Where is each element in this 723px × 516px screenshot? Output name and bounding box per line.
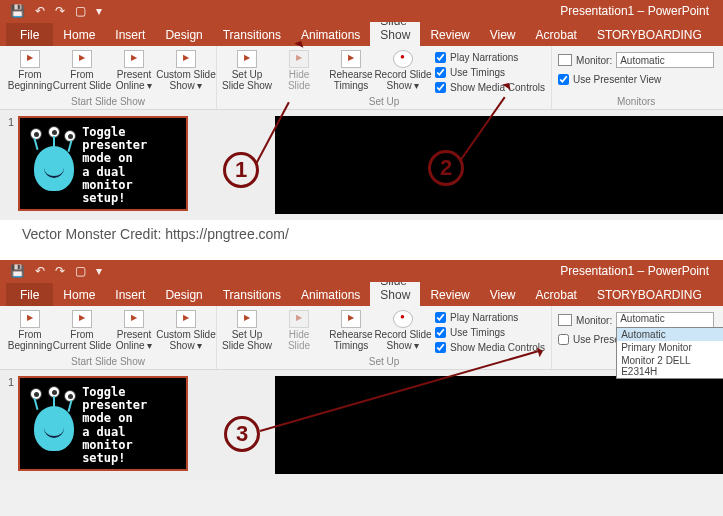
monitor-icon bbox=[237, 310, 257, 328]
group-start-slide-show: From Beginning From Current Slide Presen… bbox=[0, 46, 217, 109]
slide-icon bbox=[289, 50, 309, 68]
monitor-icon bbox=[237, 50, 257, 68]
undo-icon[interactable]: ↶ bbox=[35, 264, 45, 278]
start-from-beginning-icon[interactable]: ▢ bbox=[75, 264, 86, 278]
slide-text: Toggle presenter mode on a dual monitor … bbox=[82, 382, 151, 465]
group-label: Monitors bbox=[558, 95, 714, 107]
save-icon[interactable]: 💾 bbox=[10, 264, 25, 278]
slide-thumbnail-panel[interactable]: 1 Toggle presenter mode on a dual monito… bbox=[0, 110, 195, 220]
play-icon bbox=[72, 310, 92, 328]
from-beginning-button[interactable]: From Beginning bbox=[6, 308, 54, 351]
monitor-dropdown-list[interactable]: Automatic Primary Monitor Monitor 2 DELL… bbox=[616, 327, 723, 379]
group-monitors: Monitor: Automatic Use Presenter View Mo… bbox=[552, 46, 720, 109]
image-credit: Vector Monster Credit: https://pngtree.c… bbox=[0, 220, 723, 260]
slide-thumbnail[interactable]: Toggle presenter mode on a dual monitor … bbox=[18, 116, 188, 211]
record-icon bbox=[393, 50, 413, 68]
tab-insert[interactable]: Insert bbox=[105, 23, 155, 46]
monitor-select[interactable]: Automatic bbox=[616, 52, 714, 68]
start-from-beginning-icon[interactable]: ▢ bbox=[75, 4, 86, 18]
set-up-slide-show-button[interactable]: Set Up Slide Show bbox=[223, 308, 271, 351]
monster-illustration bbox=[24, 386, 82, 461]
tab-view[interactable]: View bbox=[480, 283, 526, 306]
show-media-controls-checkbox[interactable]: Show Media Controls bbox=[435, 80, 545, 95]
clock-icon bbox=[341, 50, 361, 68]
screenshot-top: 💾 ↶ ↷ ▢ ▾ Presentation1 – PowerPoint Fil… bbox=[0, 0, 723, 220]
quick-access-toolbar: 💾 ↶ ↷ ▢ ▾ bbox=[0, 4, 102, 18]
monitor-option[interactable]: Primary Monitor bbox=[617, 341, 723, 354]
monitor-option[interactable]: Monitor 2 DELL E2314H bbox=[617, 354, 723, 378]
present-online-button[interactable]: Present Online ▾ bbox=[110, 308, 158, 351]
annotation-2: 2 bbox=[428, 150, 464, 186]
use-presenter-label: Use Prese bbox=[573, 332, 620, 347]
monitor-icon bbox=[558, 314, 572, 326]
workspace: 1 Toggle presenter mode on a dual monito… bbox=[0, 370, 723, 480]
tab-review[interactable]: Review bbox=[420, 23, 479, 46]
title-bar: 💾 ↶ ↷ ▢ ▾ Presentation1 – PowerPoint bbox=[0, 0, 723, 22]
redo-icon[interactable]: ↷ bbox=[55, 264, 65, 278]
tab-view[interactable]: View bbox=[480, 23, 526, 46]
slide-thumbnail-panel[interactable]: 1 Toggle presenter mode on a dual monito… bbox=[0, 370, 195, 480]
screenshot-bottom: 💾 ↶ ↷ ▢ ▾ Presentation1 – PowerPoint Fil… bbox=[0, 260, 723, 480]
tab-animations[interactable]: Animations bbox=[291, 283, 370, 306]
custom-slide-show-button[interactable]: Custom Slide Show ▾ bbox=[162, 48, 210, 91]
play-icon bbox=[20, 310, 40, 328]
tab-home[interactable]: Home bbox=[53, 23, 105, 46]
tab-design[interactable]: Design bbox=[155, 23, 212, 46]
qat-more-icon[interactable]: ▾ bbox=[96, 264, 102, 278]
slide-thumbnail[interactable]: Toggle presenter mode on a dual monitor … bbox=[18, 376, 188, 471]
tab-transitions[interactable]: Transitions bbox=[213, 23, 291, 46]
main-slide-view[interactable] bbox=[275, 376, 723, 474]
tab-storyboarding[interactable]: STORYBOARDING bbox=[587, 283, 712, 306]
rehearse-timings-button[interactable]: Rehearse Timings bbox=[327, 48, 375, 91]
redo-icon[interactable]: ↷ bbox=[55, 4, 65, 18]
tab-design[interactable]: Design bbox=[155, 283, 212, 306]
save-icon[interactable]: 💾 bbox=[10, 4, 25, 18]
monitor-label: Monitor: bbox=[576, 315, 612, 326]
main-slide-view[interactable] bbox=[275, 116, 723, 214]
slide-text: Toggle presenter mode on a dual monitor … bbox=[82, 122, 151, 205]
menu-bar: File Home Insert Design Transitions Anim… bbox=[0, 282, 723, 306]
qat-more-icon[interactable]: ▾ bbox=[96, 4, 102, 18]
rehearse-timings-button[interactable]: Rehearse Timings bbox=[327, 308, 375, 351]
play-icon bbox=[72, 50, 92, 68]
record-slide-show-button[interactable]: Record Slide Show ▾ bbox=[379, 48, 427, 91]
hide-slide-button[interactable]: Hide Slide bbox=[275, 48, 323, 91]
use-timings-checkbox[interactable]: Use Timings bbox=[435, 325, 545, 340]
set-up-slide-show-button[interactable]: Set Up Slide Show bbox=[223, 48, 271, 91]
tab-acrobat[interactable]: Acrobat bbox=[526, 283, 587, 306]
monitor-option[interactable]: Automatic bbox=[617, 328, 723, 341]
record-icon bbox=[393, 310, 413, 328]
play-narrations-checkbox[interactable]: Play Narrations bbox=[435, 50, 545, 65]
slide-icon bbox=[289, 310, 309, 328]
present-online-button[interactable]: Present Online ▾ bbox=[110, 48, 158, 91]
monitor-label: Monitor: bbox=[576, 55, 612, 66]
menu-bar: File Home Insert Design Transitions Anim… bbox=[0, 22, 723, 46]
tab-file[interactable]: File bbox=[6, 283, 53, 306]
monitor-select[interactable]: Automatic bbox=[616, 312, 714, 328]
custom-slide-show-button[interactable]: Custom Slide Show ▾ bbox=[162, 308, 210, 351]
tab-insert[interactable]: Insert bbox=[105, 283, 155, 306]
from-beginning-button[interactable]: From Beginning bbox=[6, 48, 54, 91]
monitor-icon bbox=[124, 50, 144, 68]
tab-home[interactable]: Home bbox=[53, 283, 105, 306]
undo-icon[interactable]: ↶ bbox=[35, 4, 45, 18]
from-current-slide-button[interactable]: From Current Slide bbox=[58, 48, 106, 91]
use-presenter-view-checkbox[interactable]: Use Presenter View bbox=[558, 72, 714, 87]
monster-illustration bbox=[24, 126, 82, 201]
tab-storyboarding[interactable]: STORYBOARDING bbox=[587, 23, 712, 46]
use-timings-checkbox[interactable]: Use Timings bbox=[435, 65, 545, 80]
record-slide-show-button[interactable]: Record Slide Show ▾ bbox=[379, 308, 427, 351]
title-bar: 💾 ↶ ↷ ▢ ▾ Presentation1 – PowerPoint bbox=[0, 260, 723, 282]
play-narrations-checkbox[interactable]: Play Narrations bbox=[435, 310, 545, 325]
ribbon: From Beginning From Current Slide Presen… bbox=[0, 46, 723, 110]
tab-transitions[interactable]: Transitions bbox=[213, 283, 291, 306]
ribbon: From Beginning From Current Slide Presen… bbox=[0, 306, 723, 370]
tab-acrobat[interactable]: Acrobat bbox=[526, 23, 587, 46]
hide-slide-button[interactable]: Hide Slide bbox=[275, 308, 323, 351]
tab-file[interactable]: File bbox=[6, 23, 53, 46]
from-current-slide-button[interactable]: From Current Slide bbox=[58, 308, 106, 351]
monitor-icon bbox=[176, 310, 196, 328]
tab-review[interactable]: Review bbox=[420, 283, 479, 306]
window-title: Presentation1 – PowerPoint bbox=[560, 264, 709, 278]
monitor-icon bbox=[124, 310, 144, 328]
